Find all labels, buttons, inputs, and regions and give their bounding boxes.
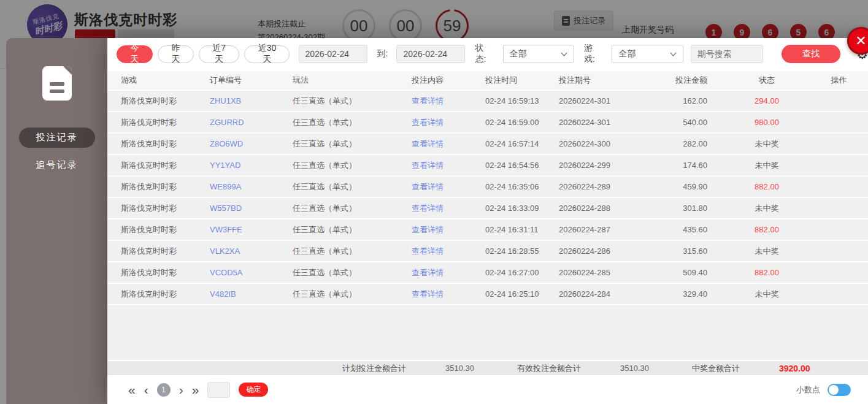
last-page-button[interactable]: » <box>192 383 199 396</box>
cell-playtype: 任三直选（单式） <box>293 203 412 214</box>
view-detail-link[interactable]: 查看详情 <box>412 160 485 171</box>
sidebar-items: 投注记录追号记录 <box>6 128 107 175</box>
column-header-6: 投注金额 <box>650 75 724 86</box>
view-detail-link[interactable]: 查看详情 <box>412 139 485 150</box>
cell-bet-time: 02-24 16:59:00 <box>485 118 559 127</box>
table-row: 斯洛伐克时时彩ZHU1XB任三直选（单式）查看详情02-24 16:59:132… <box>107 91 868 112</box>
filter-bar: 今天昨天近7天近30天 到: 状态: 全部 游戏: 全部 查找 ⚙ <box>107 38 868 70</box>
cell-status: 未中奖 <box>724 160 810 171</box>
sidebar-item-0[interactable]: 投注记录 <box>19 128 95 148</box>
order-id-link[interactable]: VCOD5A <box>210 268 293 277</box>
order-id-link[interactable]: VLK2XA <box>210 246 293 256</box>
prev-page-button[interactable]: ‹ <box>144 383 148 396</box>
game-select[interactable]: 全部 <box>612 45 683 63</box>
cell-status: 未中奖 <box>724 289 810 300</box>
cell-status: 882.00 <box>724 225 810 234</box>
view-detail-link[interactable]: 查看详情 <box>412 224 485 235</box>
cell-amount: 435.60 <box>650 225 724 234</box>
valid-total-label: 有效投注金额合计 <box>517 363 581 374</box>
column-header-8: 操作 <box>810 75 868 86</box>
decimal-toggle[interactable] <box>828 384 851 396</box>
cell-period: 20260224-285 <box>559 268 650 277</box>
sidebar-item-1[interactable]: 追号记录 <box>19 155 95 175</box>
cell-game: 斯洛伐克时时彩 <box>121 224 210 235</box>
range-button-1[interactable]: 昨天 <box>158 45 194 63</box>
cell-game: 斯洛伐克时时彩 <box>121 139 210 150</box>
plan-total-value: 3510.30 <box>445 364 474 373</box>
cell-period: 20260224-299 <box>559 161 650 170</box>
goto-page-input[interactable] <box>207 382 230 398</box>
cell-amount: 315.60 <box>650 246 724 256</box>
table-row: 斯洛伐克时时彩V482IB任三直选（单式）查看详情02-24 16:25:102… <box>107 284 868 305</box>
record-doc-icon <box>42 66 72 101</box>
order-id-link[interactable]: VW3FFE <box>210 225 293 234</box>
view-detail-link[interactable]: 查看详情 <box>412 246 485 257</box>
table-row: 斯洛伐克时时彩VLK2XA任三直选（单式）查看详情02-24 16:28:552… <box>107 241 868 262</box>
cell-playtype: 任三直选（单式） <box>293 267 412 278</box>
cell-game: 斯洛伐克时时彩 <box>121 117 210 128</box>
record-sidebar: 投注记录追号记录 <box>6 38 107 404</box>
order-id-link[interactable]: WE899A <box>210 182 293 191</box>
cell-period: 20260224-288 <box>559 204 650 213</box>
order-id-link[interactable]: ZHU1XB <box>210 96 293 105</box>
table-row: 斯洛伐克时时彩VW3FFE任三直选（单式）查看详情02-24 16:31:112… <box>107 219 868 241</box>
goto-confirm-button[interactable]: 确定 <box>239 383 268 397</box>
cell-period: 20260224-286 <box>559 246 650 256</box>
toggle-knob <box>829 385 839 395</box>
column-header-5: 投注期号 <box>559 75 650 86</box>
cell-game: 斯洛伐克时时彩 <box>121 246 210 257</box>
view-detail-link[interactable]: 查看详情 <box>412 267 485 278</box>
cell-playtype: 任三直选（单式） <box>293 181 412 192</box>
range-button-3[interactable]: 近30天 <box>244 45 290 63</box>
cell-amount: 174.60 <box>650 161 724 170</box>
search-button[interactable]: 查找 <box>782 45 840 63</box>
table-row: 斯洛伐克时时彩WE899A任三直选（单式）查看详情02-24 16:35:062… <box>107 177 868 198</box>
status-select[interactable]: 全部 <box>503 45 574 63</box>
order-id-link[interactable]: ZGURRD <box>210 118 293 127</box>
column-header-3: 投注内容 <box>412 75 485 86</box>
chevron-down-icon <box>670 52 677 56</box>
order-id-link[interactable]: YY1YAD <box>210 161 293 170</box>
cell-bet-time: 02-24 16:31:11 <box>485 225 559 234</box>
range-button-2[interactable]: 近7天 <box>199 45 240 63</box>
view-detail-link[interactable]: 查看详情 <box>412 203 485 214</box>
game-label: 游戏: <box>584 43 603 65</box>
date-to-input[interactable] <box>396 45 465 63</box>
chevron-down-icon <box>561 52 567 56</box>
cell-bet-time: 02-24 16:35:06 <box>485 182 559 191</box>
order-id-link[interactable]: V482IB <box>210 289 293 299</box>
view-detail-link[interactable]: 查看详情 <box>412 289 485 300</box>
cell-status: 294.00 <box>724 96 810 105</box>
cell-period: 20260224-289 <box>559 182 650 191</box>
cell-amount: 329.40 <box>650 289 724 299</box>
view-detail-link[interactable]: 查看详情 <box>412 117 485 128</box>
range-button-0[interactable]: 今天 <box>117 45 153 63</box>
win-total-label: 中奖金额合计 <box>692 363 740 374</box>
cell-amount: 301.80 <box>650 204 724 213</box>
view-detail-link[interactable]: 查看详情 <box>412 96 485 107</box>
first-page-button[interactable]: « <box>128 383 136 396</box>
cell-playtype: 任三直选（单式） <box>293 96 412 107</box>
order-id-link[interactable]: Z8O6WD <box>210 139 293 148</box>
period-search-input[interactable] <box>691 45 763 63</box>
cell-period: 20260224-301 <box>559 96 650 105</box>
status-select-value: 全部 <box>510 48 527 59</box>
cell-amount: 162.00 <box>650 96 724 105</box>
table-row: 斯洛伐克时时彩VCOD5A任三直选（单式）查看详情02-24 16:27:002… <box>107 262 868 284</box>
next-page-button[interactable]: › <box>179 383 183 396</box>
column-header-2: 玩法 <box>293 75 412 86</box>
cell-amount: 509.40 <box>650 268 724 277</box>
order-id-link[interactable]: W557BD <box>210 204 293 213</box>
cell-playtype: 任三直选（单式） <box>293 246 412 257</box>
status-label: 状态: <box>475 43 494 65</box>
column-header-1: 订单编号 <box>210 75 293 86</box>
date-from-input[interactable] <box>299 45 367 63</box>
cell-playtype: 任三直选（单式） <box>293 139 412 150</box>
game-select-value: 全部 <box>618 48 636 59</box>
view-detail-link[interactable]: 查看详情 <box>412 181 485 192</box>
cell-game: 斯洛伐克时时彩 <box>121 267 210 278</box>
current-page-badge[interactable]: 1 <box>157 383 171 397</box>
column-header-0: 游戏 <box>121 75 210 86</box>
quick-ranges: 今天昨天近7天近30天 <box>117 45 290 63</box>
close-icon: ✕ <box>855 33 866 49</box>
